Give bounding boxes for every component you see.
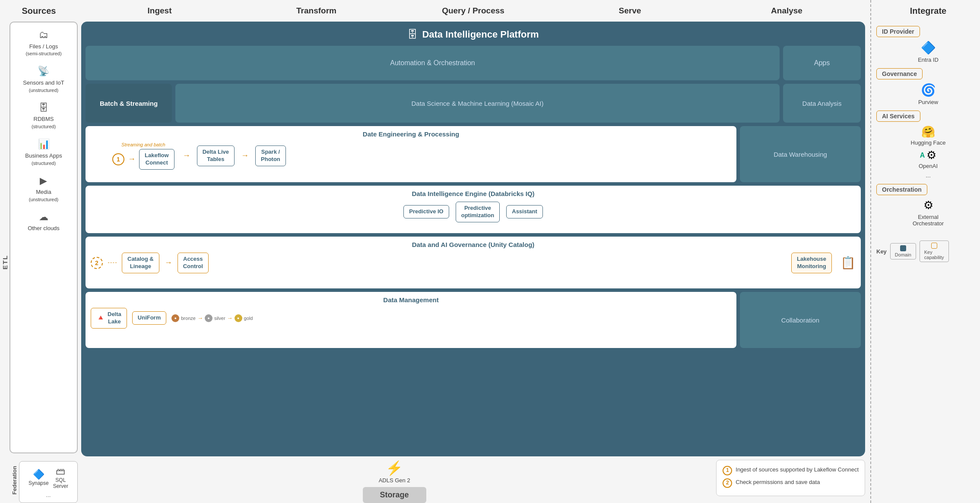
row-automation: Automation & Orchestration Apps (86, 46, 861, 80)
gold-label: gold (244, 316, 253, 321)
bottom-area: ⚡ ADLS Gen 2 Storage 1 Ingest of sources… (81, 460, 865, 503)
arrow-to-lakeflow: → (128, 155, 136, 164)
intelligence-title: Data Intelligence Engine (Databricks IQ) (91, 190, 856, 197)
apps-label: Apps (814, 59, 830, 67)
header-transform: Transform (238, 6, 395, 16)
hugging-face-item: 🤗 Hugging Face (911, 125, 946, 146)
synapse-item: 🔷 Synapse (29, 469, 49, 486)
header-analyse: Analyse (708, 6, 865, 16)
orchestrator-icon: ⚙ (923, 199, 933, 212)
capability-legend: Keycapability (920, 240, 949, 262)
openai-label: OpenAI (919, 163, 938, 169)
entra-label: Entra ID (918, 57, 939, 63)
top-headers: Ingest Transform Query / Process Serve A… (81, 0, 865, 22)
lakehouse-monitoring-label: LakehouseMonitoring (797, 256, 826, 270)
book-icon: 📋 (840, 256, 856, 270)
note-2: 2 Check permissions and save data (723, 478, 859, 488)
assistant-box: Assistant (506, 205, 543, 218)
federation-box: 🔷 Synapse 🗃 SQLServer ... (19, 461, 78, 503)
delta-lake-box: 🔺 DeltaLake (91, 308, 127, 329)
synapse-label: Synapse (29, 480, 49, 486)
data-mgmt-title: Data Management (91, 296, 731, 304)
ai-services-group: AI Services 🤗 Hugging Face A⚙ OpenAI ... (876, 111, 980, 179)
files-icon: 🗂 (39, 29, 48, 41)
silver-label: silver (214, 316, 225, 321)
row-intelligence: Data Intelligence Engine (Databricks IQ)… (86, 186, 861, 233)
entra-icon: 🔷 (921, 41, 936, 55)
sources-header: Sources (0, 0, 78, 22)
arrow-bsg1: → (197, 315, 203, 321)
domain-label: Domain (895, 252, 911, 257)
engineering-content: Streaming and batch 1 → LakeflowConnect … (91, 142, 731, 170)
predictive-io-box: Predictive IO (403, 205, 449, 218)
collaboration-box: Collaboration (740, 292, 861, 348)
sql-icon: 🗃 (56, 466, 65, 477)
automation-box: Automation & Orchestration (86, 46, 780, 80)
spark-box: Spark /Photon (255, 146, 286, 166)
adls-label: ADLS Gen 2 (379, 477, 410, 484)
automation-label: Automation & Orchestration (390, 59, 475, 67)
uniform-label: UniForm (138, 314, 161, 322)
bronze-medal: ● (171, 314, 179, 322)
governance-title: Data and AI Governance (Unity Catalog) (91, 241, 856, 248)
source-rdbms: 🗄 RDBMS(structured) (32, 102, 56, 130)
governance-group: Governance 🌀 Purview (876, 68, 980, 105)
platform-icon: 🗄 (407, 28, 418, 41)
purview-label: Purview (918, 99, 938, 105)
notes-box: 1 Ingest of sources supported by Lakeflo… (716, 460, 865, 496)
arrow-to-delta: → (183, 151, 190, 160)
data-science-label: Data Science & Machine Learning (Mosaic … (412, 100, 544, 107)
sql-server-item: 🗃 SQLServer (53, 466, 68, 489)
row-batch: Batch & Streaming Data Science & Machine… (86, 84, 861, 123)
integrate-content: ID Provider 🔷 Entra ID Governance 🌀 Purv… (876, 26, 980, 262)
note-2-text: Check permissions and save data (736, 478, 820, 487)
domain-color (900, 245, 906, 251)
spark-label: Spark /Photon (261, 149, 280, 163)
bronze-label: bronze (181, 316, 196, 321)
key-label: Key (876, 248, 887, 255)
purview-icon: 🌀 (921, 83, 936, 97)
note-1: 1 Ingest of sources supported by Lakeflo… (723, 465, 859, 475)
delta-live-label: Delta LiveTables (203, 149, 229, 163)
source-clouds: ☁ Other clouds (28, 211, 60, 232)
page-root: Sources ETL 🗂 Files / Logs(semi-structur… (0, 0, 980, 503)
header-query: Query / Process (395, 6, 552, 16)
federation-label: Federation (11, 466, 18, 494)
medal-sequence: ● bronze → ● silver → ● gold (171, 314, 253, 322)
key-legend-area: Key Domain Keycapability (876, 232, 980, 262)
batch-streaming-box: Batch & Streaming (86, 84, 172, 123)
data-science-box: Data Science & Machine Learning (Mosaic … (175, 84, 780, 123)
platform-area: Ingest Transform Query / Process Serve A… (81, 0, 865, 503)
note-1-circle: 1 (723, 466, 732, 475)
data-analysis-label: Data Analysis (802, 100, 842, 107)
rdbms-icon: 🗄 (39, 102, 48, 114)
lakeflow-box: LakeflowConnect (139, 149, 174, 170)
header-serve: Serve (552, 6, 708, 16)
clouds-icon: ☁ (39, 211, 48, 224)
row-management: Data Management 🔺 DeltaLake UniForm ● br… (86, 292, 861, 348)
orchestration-group: Orchestration ⚙ ExternalOrchestrator (876, 184, 980, 227)
step2-circle: 2 (91, 257, 103, 269)
row-engineering: Date Engineering & Processing Streaming … (86, 126, 861, 182)
storage-area: ⚡ ADLS Gen 2 Storage (81, 460, 707, 503)
predictive-io-label: Predictive IO (409, 208, 443, 215)
source-media-label: Media(unstructured) (29, 189, 58, 203)
arrow-to-spark: → (241, 151, 249, 160)
capability-color (931, 243, 937, 249)
source-files-label: Files / Logs(semi-structured) (25, 43, 61, 58)
adls-icon: ⚡ (386, 460, 403, 476)
business-icon: 📊 (38, 138, 50, 151)
orchestration-title: Orchestration (876, 184, 927, 195)
platform-title: Data Intelligence Platform (422, 29, 539, 40)
ai-etc: ... (926, 172, 931, 179)
storage-label: Storage (363, 487, 426, 503)
capability-label: Keycapability (924, 250, 944, 260)
sql-label: SQLServer (53, 477, 68, 489)
hugging-face-label: Hugging Face (911, 139, 946, 146)
sources-column: Sources ETL 🗂 Files / Logs(semi-structur… (0, 0, 78, 503)
gold-medal: ● (235, 314, 242, 322)
engineering-title: Date Engineering & Processing (91, 130, 731, 138)
source-sensors-label: Sensors and IoT(unstructured) (23, 79, 64, 94)
source-files: 🗂 Files / Logs(semi-structured) (25, 29, 61, 57)
source-rdbms-label: RDBMS(structured) (32, 116, 56, 130)
